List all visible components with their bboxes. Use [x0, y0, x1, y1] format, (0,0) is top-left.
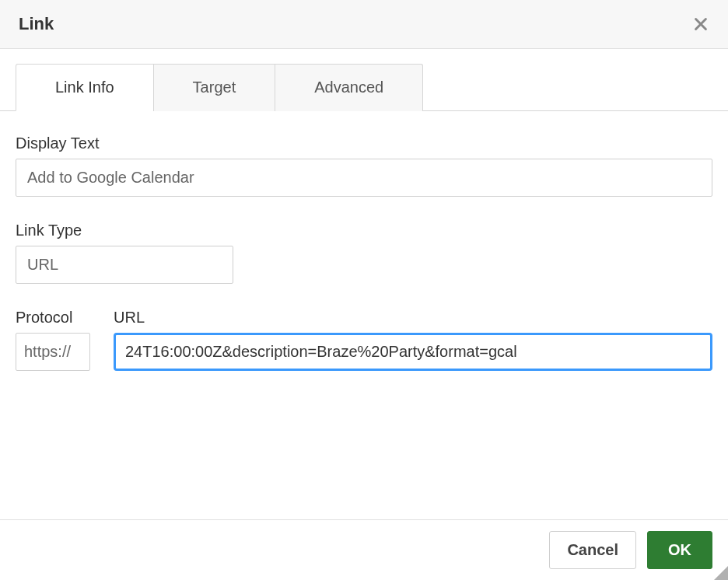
row-protocol-url: Protocol URL [16, 309, 712, 371]
tabs-wrapper: Link Info Target Advanced [0, 49, 728, 111]
label-display-text: Display Text [16, 135, 712, 152]
input-link-type[interactable] [16, 246, 233, 284]
dialog-header: Link [0, 0, 728, 49]
dialog-body: Display Text Link Type Protocol URL [0, 111, 728, 386]
input-url[interactable] [114, 333, 712, 371]
field-url: URL [114, 309, 712, 371]
tab-target[interactable]: Target [153, 64, 276, 111]
field-link-type: Link Type [16, 222, 712, 284]
label-link-type: Link Type [16, 222, 712, 239]
dialog-title: Link [19, 14, 54, 34]
field-protocol: Protocol [16, 309, 90, 371]
close-icon[interactable] [692, 16, 709, 33]
resize-handle-icon[interactable] [714, 566, 728, 580]
tab-advanced[interactable]: Advanced [275, 64, 423, 111]
cancel-button[interactable]: Cancel [549, 531, 636, 569]
ok-button[interactable]: OK [647, 531, 712, 569]
label-protocol: Protocol [16, 309, 90, 327]
input-protocol[interactable] [16, 333, 90, 371]
tabs-row: Link Info Target Advanced [0, 63, 728, 111]
input-display-text[interactable] [16, 159, 712, 197]
field-display-text: Display Text [16, 135, 712, 197]
tab-link-info[interactable]: Link Info [16, 64, 154, 111]
dialog-footer: Cancel OK [0, 519, 728, 580]
label-url: URL [114, 309, 712, 327]
